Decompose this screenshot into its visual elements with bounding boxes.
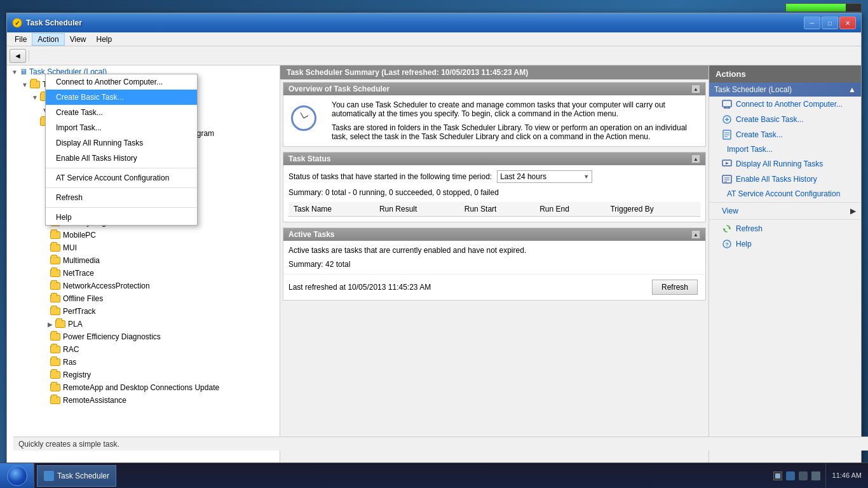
dropdown-display-running[interactable]: Display All Running Tasks xyxy=(46,135,197,151)
folder-icon-ras xyxy=(50,358,60,366)
desktop: Task Scheduler ─ □ ✕ File Action View He… xyxy=(0,0,868,488)
clock-time: 11:46 AM xyxy=(832,471,862,480)
svg-rect-0 xyxy=(722,100,731,107)
collapse-status-icon[interactable]: ▲ xyxy=(691,154,700,163)
action-dropdown-menu: Connect to Another Computer... Create Ba… xyxy=(45,74,198,226)
tree-label-ras[interactable]: Ras xyxy=(63,358,76,367)
clock-icon xyxy=(291,105,316,131)
start-button[interactable] xyxy=(0,463,34,489)
active-tasks-section: Active Tasks ▲ Active tasks are tasks th… xyxy=(283,227,706,301)
tree-item-nettrace[interactable]: NetTrace xyxy=(7,267,280,280)
taskbar-tray xyxy=(768,471,825,480)
action-view[interactable]: View ▶ xyxy=(709,204,861,218)
tree-item-rac[interactable]: RAC xyxy=(7,343,280,356)
expand-icon-ms: ▼ xyxy=(30,92,40,102)
tree-label-perf[interactable]: PerfTrack xyxy=(63,307,96,316)
tree-label-off[interactable]: Offline Files xyxy=(63,294,103,303)
tree-label-multi[interactable]: Multimedia xyxy=(63,256,100,265)
menu-view[interactable]: View xyxy=(65,34,92,45)
action-help-label: Help xyxy=(736,240,752,248)
action-enable-history[interactable]: Enable All Tasks History xyxy=(709,172,861,187)
col-triggered-by: Triggered By xyxy=(605,202,700,217)
tree-label-rass[interactable]: RemoteAssistance xyxy=(63,396,126,405)
menu-action[interactable]: Action xyxy=(32,33,64,46)
overview-header[interactable]: Overview of Task Scheduler ▲ xyxy=(283,83,705,95)
col-run-end: Run End xyxy=(534,202,605,217)
tree-item-multimedia[interactable]: Multimedia xyxy=(7,254,280,267)
dropdown-refresh[interactable]: Refresh xyxy=(46,190,197,205)
action-connect[interactable]: Connect to Another Computer... xyxy=(709,97,861,112)
col-task-name: Task Name xyxy=(288,202,374,217)
tree-label-reg[interactable]: Registry xyxy=(63,370,91,379)
dropdown-create-basic[interactable]: Create Basic Task... xyxy=(46,90,197,105)
tree-item-remote-app[interactable]: RemoteApp and Desktop Connections Update xyxy=(7,381,280,394)
tree-label-pow[interactable]: Power Efficiency Diagnostics xyxy=(63,332,161,341)
window-title: Task Scheduler xyxy=(26,18,800,27)
action-display-running[interactable]: Display All Running Tasks xyxy=(709,156,861,172)
tree-item-pla[interactable]: ▶ PLA xyxy=(7,318,280,330)
dropdown-help[interactable]: Help xyxy=(46,210,197,225)
tree-label-mob[interactable]: MobilePC xyxy=(63,231,96,240)
menu-file[interactable]: File xyxy=(10,34,32,45)
folder-icon-mob xyxy=(50,231,60,239)
last-refreshed-text: Last refreshed at 10/05/2013 11:45:23 AM xyxy=(288,283,431,292)
overview-title: Overview of Task Scheduler xyxy=(288,85,390,93)
view-arrow: ▶ xyxy=(850,207,856,215)
folder-icon-net xyxy=(50,269,60,277)
tree-item-registry[interactable]: Registry xyxy=(7,369,280,381)
dropdown-connect[interactable]: Connect to Another Computer... xyxy=(46,74,197,90)
active-tasks-content: Active tasks are tasks that are currentl… xyxy=(283,241,705,274)
dropdown-enable-history[interactable]: Enable All Tasks History xyxy=(46,151,197,166)
active-tasks-summary: Summary: 42 total xyxy=(288,260,700,269)
tree-item-perf-track[interactable]: PerfTrack xyxy=(7,305,280,318)
dropdown-at-service[interactable]: AT Service Account Configuration xyxy=(46,170,197,186)
toolbar-separator xyxy=(29,50,29,62)
refresh-button-bottom[interactable]: Refresh xyxy=(652,280,698,295)
maximize-button[interactable]: □ xyxy=(822,17,838,29)
dropdown-import[interactable]: Import Task... xyxy=(46,120,197,135)
progress-bar-container xyxy=(785,3,862,12)
task-status-content: Status of tasks that have started in the… xyxy=(283,165,705,222)
menu-help[interactable]: Help xyxy=(92,34,118,45)
taskbar-right: 11:46 AM xyxy=(825,463,868,489)
dropdown-create[interactable]: Create Task... xyxy=(46,105,197,120)
taskbar-item-task-scheduler[interactable]: Task Scheduler xyxy=(37,465,116,487)
minimize-button[interactable]: ─ xyxy=(804,17,820,29)
tree-item-mui[interactable]: MUI xyxy=(7,241,280,254)
create-task-icon xyxy=(722,130,732,140)
tree-label-rapp[interactable]: RemoteApp and Desktop Connections Update xyxy=(63,383,219,392)
folder-icon-reg xyxy=(50,371,60,379)
action-enable-history-label: Enable All Tasks History xyxy=(736,175,817,184)
active-tasks-header[interactable]: Active Tasks ▲ xyxy=(283,228,705,241)
time-period-select[interactable]: Last 24 hours ▼ xyxy=(497,170,592,183)
active-tasks-text: Active tasks are tasks that are currentl… xyxy=(288,246,700,255)
tree-label-rac[interactable]: RAC xyxy=(63,345,79,354)
tree-item-network-access[interactable]: NetworkAccessProtection xyxy=(7,280,280,292)
tree-label-net[interactable]: NetTrace xyxy=(63,269,94,278)
action-create-basic[interactable]: Create Basic Task... xyxy=(709,112,861,127)
tree-item-power-eff[interactable]: Power Efficiency Diagnostics xyxy=(7,330,280,343)
close-button[interactable]: ✕ xyxy=(839,17,856,29)
title-bar: Task Scheduler ─ □ ✕ xyxy=(7,13,861,32)
action-import[interactable]: Import Task... xyxy=(709,142,861,156)
tree-item-mobile-pc[interactable]: MobilePC xyxy=(7,229,280,241)
action-create-task[interactable]: Create Task... xyxy=(709,127,861,142)
action-at-service[interactable]: AT Service Account Configuration xyxy=(709,187,861,201)
tray-icon1 xyxy=(773,471,782,480)
back-button[interactable]: ◄ xyxy=(10,49,26,63)
action-refresh[interactable]: Refresh xyxy=(709,221,861,236)
tree-label-nap[interactable]: NetworkAccessProtection xyxy=(63,281,150,290)
action-help[interactable]: ? Help xyxy=(709,236,861,252)
tree-item-remote-assist[interactable]: RemoteAssistance xyxy=(7,394,280,407)
clock[interactable]: 11:46 AM xyxy=(832,471,862,480)
action-section-local[interactable]: Task Scheduler (Local) ▲ xyxy=(709,83,861,97)
tree-item-offline-files[interactable]: Offline Files xyxy=(7,292,280,305)
action-separator xyxy=(709,202,861,203)
menu-bar: File Action View Help xyxy=(7,32,861,46)
collapse-overview-icon[interactable]: ▲ xyxy=(691,85,700,93)
collapse-active-icon[interactable]: ▲ xyxy=(691,230,700,239)
tree-item-ras[interactable]: Ras xyxy=(7,356,280,369)
tree-label-mui[interactable]: MUI xyxy=(63,243,77,252)
task-status-header[interactable]: Task Status ▲ xyxy=(283,152,705,165)
tree-label-pla[interactable]: PLA xyxy=(68,320,83,329)
